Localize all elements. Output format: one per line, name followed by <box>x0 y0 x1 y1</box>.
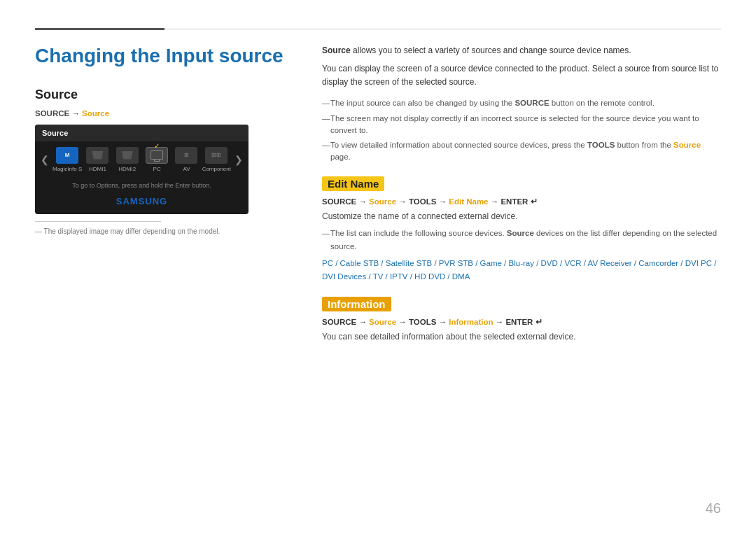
separator-line <box>35 221 161 222</box>
devices-list-text: PC / Cable STB / Satellite STB / PVR STB… <box>322 257 721 284</box>
edit-name-path: SOURCE → Source → TOOLS → Edit Name → EN… <box>322 197 721 206</box>
information-title: Information <box>322 297 391 311</box>
disclaimer-text: The displayed image may differ depending… <box>35 227 301 235</box>
intro-bold-paragraph: Source allows you to select a variety of… <box>322 44 721 57</box>
monitor-icon <box>150 150 163 160</box>
info-path-prefix: SOURCE → <box>322 318 369 326</box>
device-list-note-bold: Source <box>507 229 534 237</box>
page-container: Changing the Input source Source SOURCE … <box>0 0 756 534</box>
edit-path-edit: Edit Name <box>449 197 488 206</box>
edit-path-prefix: SOURCE → <box>322 197 369 206</box>
left-column: Changing the Input source Source SOURCE … <box>35 44 301 513</box>
edit-name-subsection: Edit Name <box>322 176 721 191</box>
source-path-highlight: Source <box>82 109 109 118</box>
right-column: Source allows you to select a variety of… <box>322 44 721 513</box>
tv-arrow-left[interactable]: ❮ <box>38 154 51 165</box>
intro-bold-rest: allows you to select a variety of source… <box>351 45 631 55</box>
tv-icon-box-pc: ✓ <box>146 147 168 164</box>
page-number: 46 <box>706 500 721 517</box>
tv-icon-box-component: ⊞⊞ <box>205 147 227 164</box>
tv-icon-pc: ✓ PC <box>143 147 171 172</box>
source-section-title: Source <box>35 87 301 102</box>
tv-icon-box-hdmi1 <box>86 147 108 164</box>
info-path-source: Source <box>369 318 396 326</box>
tv-helper-text: To go to Options, press and hold the Ent… <box>35 178 248 192</box>
tv-icon-box-hdmi2 <box>116 147 139 164</box>
tv-icon-label-magicinfo: MagicInfo S <box>52 166 82 172</box>
tv-icon-label-component: Component <box>202 166 231 172</box>
note-item-2: The screen may not display correctly if … <box>322 113 721 137</box>
intro-source-bold: Source <box>322 45 351 55</box>
note-item-3: To view detailed information about conne… <box>322 139 721 164</box>
info-path-info: Information <box>449 318 493 326</box>
edit-path-middle: → TOOLS → <box>396 197 449 206</box>
page-title: Changing the Input source <box>35 44 301 68</box>
tv-top-bar-label: Source <box>42 129 68 137</box>
edit-enter-symbol: ↵ <box>531 197 538 206</box>
top-decorative-lines <box>35 28 721 30</box>
edit-path-end: → ENTER <box>489 197 531 206</box>
tv-screen-mockup: Source ❮ M MagicInfo S <box>35 125 248 214</box>
source-path: SOURCE → Source <box>35 109 301 118</box>
tv-icon-av: ⊞ AV <box>172 147 200 172</box>
tv-icon-hdmi2: HDMI2 <box>113 147 141 172</box>
tv-icon-label-hdmi1: HDMI1 <box>89 166 106 172</box>
info-path-middle: → TOOLS → <box>396 318 449 326</box>
check-mark-icon: ✓ <box>154 142 160 150</box>
tv-icon-label-av: AV <box>183 166 190 172</box>
samsung-logo-area: SAMSUNG <box>35 192 248 214</box>
info-enter-symbol: ↵ <box>536 318 542 326</box>
tv-icon-label-pc: PC <box>153 166 161 172</box>
info-path-end: → ENTER <box>493 318 536 326</box>
tv-icons-row: ❮ M MagicInfo S HDMI1 <box>35 141 248 178</box>
tv-icon-magicinfo: M MagicInfo S <box>52 147 82 172</box>
device-list-note-prefix: The list can include the following sourc… <box>330 229 507 237</box>
hdmi-icon <box>92 151 103 160</box>
note-item-1: The input source can also be changed by … <box>322 97 721 109</box>
hdmi2-icon <box>122 151 133 160</box>
tv-icon-component: ⊞⊞ Component <box>202 147 231 172</box>
device-list-note: The list can include the following sourc… <box>322 227 721 254</box>
content-area: Changing the Input source Source SOURCE … <box>35 44 721 513</box>
top-line-light <box>164 29 721 29</box>
information-path: SOURCE → Source → TOOLS → Information → … <box>322 317 721 327</box>
tv-icon-box-av: ⊞ <box>175 147 197 164</box>
edit-name-title: Edit Name <box>322 176 384 191</box>
tv-top-bar: Source <box>35 125 248 141</box>
edit-path-source: Source <box>369 197 396 206</box>
edit-name-description: Customize the name of a connected extern… <box>322 210 721 223</box>
tv-icon-label-hdmi2: HDMI2 <box>118 166 136 172</box>
source-path-label: SOURCE → <box>35 109 82 118</box>
tv-icon-box-magicinfo: M <box>56 147 78 164</box>
intro-text: You can display the screen of a source d… <box>322 62 721 89</box>
tv-arrow-right[interactable]: ❯ <box>232 154 245 165</box>
information-description: You can see detailed information about t… <box>322 330 721 343</box>
tv-icon-hdmi1: HDMI1 <box>83 147 111 172</box>
top-line-dark <box>35 28 164 30</box>
information-subsection: Information <box>322 297 721 311</box>
samsung-logo: SAMSUNG <box>116 196 167 206</box>
